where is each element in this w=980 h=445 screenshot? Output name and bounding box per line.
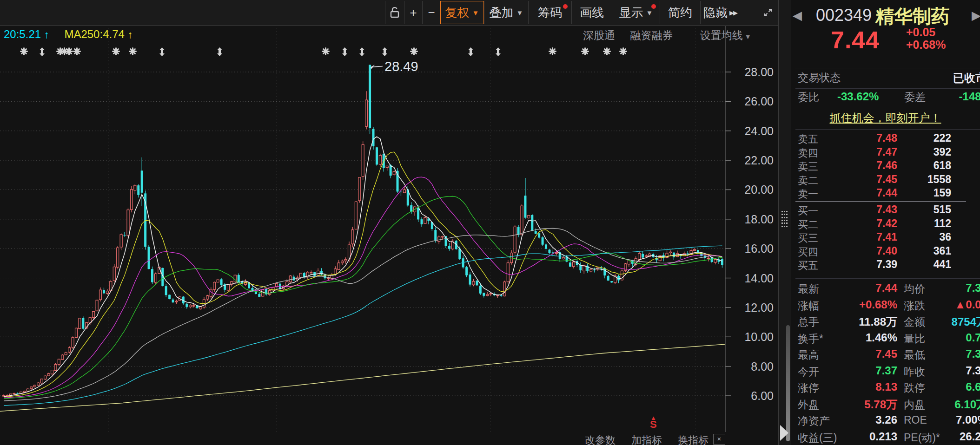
chevron-down-icon: ▼: [516, 9, 523, 17]
stat-value: 7.00%: [956, 413, 980, 426]
zoom-in-button[interactable]: +: [404, 1, 422, 24]
order-book-row[interactable]: 买一 7.43 515: [791, 203, 980, 217]
order-book-row[interactable]: 卖四 7.47 392: [791, 145, 980, 159]
stats-row: 涨幅 +0.68% 涨跌 ▲0.05: [791, 297, 980, 314]
hide-panel-button[interactable]: 隐藏▶▶: [700, 1, 740, 24]
dividend-marker-icon[interactable]: [549, 47, 556, 57]
expand-right-arrow-icon[interactable]: [780, 425, 788, 441]
sell-order-book: 卖五 7.48 222卖四 7.47 392卖三 7.46 618卖二 7.45…: [791, 131, 980, 200]
chart-links: 深股通 融资融券 设置均线▼: [571, 28, 751, 43]
split-marker-icon[interactable]: [216, 47, 223, 58]
up-arrow-icon: ↑: [128, 29, 133, 40]
adjust-price-button[interactable]: 复权▼: [440, 1, 484, 24]
dividend-marker-icon[interactable]: [603, 47, 611, 57]
order-book-row[interactable]: 卖三 7.46 618: [791, 159, 980, 173]
order-volume: 222: [934, 132, 951, 144]
order-book-row[interactable]: 卖二 7.45 1558: [791, 173, 980, 187]
event-marker-icon[interactable]: ▲ S: [650, 415, 657, 430]
ma250-legend-label: MA250:4.74: [64, 28, 124, 40]
stat-value: 0.78: [966, 331, 980, 344]
order-volume: 36: [939, 231, 951, 243]
dividend-marker-icon[interactable]: [581, 47, 589, 57]
add-indicator-link[interactable]: 加指标: [631, 434, 662, 445]
dividend-marker-icon[interactable]: [65, 47, 73, 57]
overlay-button[interactable]: 叠加▼: [484, 1, 528, 24]
indicator-links: 改参数 加指标 换指标: [585, 433, 722, 445]
y-axis-tick-label: 16.00: [744, 242, 774, 255]
order-price: 7.43: [876, 203, 897, 216]
dividend-marker-icon[interactable]: [112, 47, 120, 57]
set-ma-link[interactable]: 设置均线▼: [688, 29, 751, 41]
rongzirongquan-link[interactable]: 融资融券: [630, 29, 673, 41]
notification-dot: [563, 4, 568, 9]
y-axis-tick-label: 18.00: [744, 213, 774, 226]
dividend-marker-icon[interactable]: [322, 47, 330, 57]
stat-value: 7.37: [966, 281, 980, 294]
close-indicator-button[interactable]: ×: [713, 434, 725, 445]
zoom-out-button[interactable]: −: [422, 1, 440, 24]
stock-code: 002349: [816, 6, 872, 25]
order-book-row[interactable]: 买三 7.41 36: [791, 230, 980, 244]
notification-dot: [651, 4, 656, 9]
y-axis-tick-label: 28.00: [744, 65, 774, 79]
stat-value: 26.25: [960, 430, 980, 443]
stats-row: 最高 7.45 最低 7.30: [791, 346, 980, 363]
dividend-marker-icon[interactable]: [20, 47, 28, 57]
display-button[interactable]: 显示▼: [612, 1, 660, 24]
draw-line-button[interactable]: 画线: [571, 1, 612, 24]
chevron-down-icon: ▼: [472, 9, 479, 17]
order-book-row[interactable]: 买二 7.42 112: [791, 217, 980, 231]
split-marker-icon[interactable]: [159, 47, 166, 58]
y-axis-tick-label: 22.00: [744, 154, 774, 167]
stats-grid: 最新 7.44 均价 7.37涨幅 +0.68% 涨跌 ▲0.05总手 11.8…: [791, 280, 980, 445]
split-marker-icon[interactable]: [341, 47, 348, 58]
shengutong-link[interactable]: 深股通: [583, 29, 615, 41]
y-axis-tick-label: 6.00: [751, 389, 774, 403]
order-volume: 515: [934, 203, 951, 216]
stats-row: 涨停 8.13 跌停 6.65: [791, 379, 980, 396]
split-marker-icon[interactable]: [358, 47, 365, 58]
order-volume: 112: [934, 217, 951, 230]
dividend-marker-icon[interactable]: [129, 47, 137, 57]
quote-panel: ◀ 002349 精华制药 ▶ 7.44 +0.05 +0.68% 交易状态 已…: [791, 0, 980, 445]
stat-value: 8754万: [952, 314, 980, 329]
double-right-arrow-icon: ▶▶: [729, 9, 737, 16]
price-change: +0.05 +0.68%: [906, 26, 946, 51]
split-marker-icon[interactable]: [39, 47, 46, 58]
panel-divider: [778, 0, 791, 445]
lock-button[interactable]: [385, 1, 404, 24]
split-marker-icon[interactable]: [495, 47, 502, 58]
dividend-marker-icon[interactable]: [410, 47, 418, 57]
order-book-row[interactable]: 卖五 7.48 222: [791, 131, 980, 145]
last-price: 7.44: [831, 26, 880, 54]
order-book-row[interactable]: 买四 7.40 361: [791, 244, 980, 258]
panel-scrollbar[interactable]: [786, 325, 790, 441]
stat-value: 6.65: [966, 380, 980, 393]
ma120-legend-label: 20:5.21: [4, 28, 41, 40]
change-params-link[interactable]: 改参数: [585, 434, 616, 445]
simple-mode-button[interactable]: 简约: [660, 1, 700, 24]
order-price: 7.40: [876, 245, 897, 257]
trade-status-value: 已收市: [953, 71, 980, 85]
stat-value: 7.30: [966, 347, 980, 360]
split-marker-icon[interactable]: [381, 47, 388, 58]
candlestick-chart[interactable]: 28.49: [0, 0, 778, 445]
next-stock-arrow[interactable]: ▶: [972, 8, 980, 23]
resize-handle[interactable]: [781, 210, 788, 229]
stat-value: 3.26: [875, 413, 897, 426]
stat-value: 1.46%: [866, 331, 897, 344]
fullscreen-button[interactable]: [758, 1, 778, 24]
minus-icon: −: [428, 6, 435, 20]
split-marker-icon[interactable]: [467, 47, 474, 58]
switch-indicator-link[interactable]: 换指标: [678, 434, 709, 445]
order-book-row[interactable]: 卖一 7.44 159: [791, 186, 980, 200]
prev-stock-arrow[interactable]: ◀: [793, 8, 802, 23]
order-book-row[interactable]: 买五 7.39 441: [791, 258, 980, 272]
order-price: 7.48: [876, 132, 897, 144]
dividend-marker-icon[interactable]: [619, 47, 627, 57]
order-volume: 618: [934, 159, 951, 172]
open-account-ad-link[interactable]: 抓住机会，即刻开户！: [830, 111, 941, 124]
dividend-marker-icon[interactable]: [73, 47, 81, 57]
order-volume: 159: [934, 187, 951, 199]
chip-distribution-button[interactable]: 筹码: [528, 1, 571, 24]
